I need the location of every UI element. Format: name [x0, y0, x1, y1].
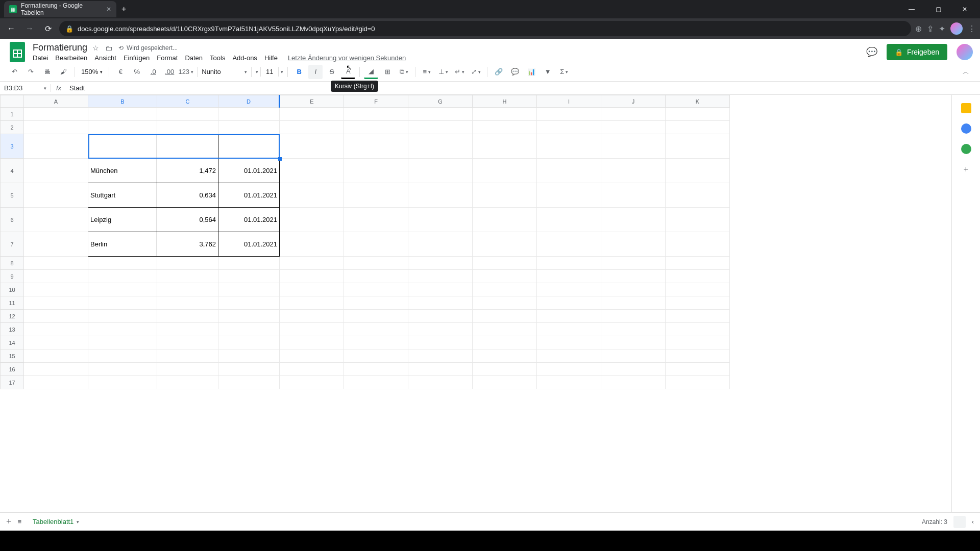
- move-icon[interactable]: 🗀: [105, 44, 112, 52]
- url-input[interactable]: 🔒 docs.google.com/spreadsheets/d/1L0CRXr…: [59, 21, 911, 36]
- font-size-increase[interactable]: ▾: [281, 69, 283, 74]
- row-header[interactable]: 14: [1, 336, 24, 349]
- name-box[interactable]: B3:D3: [0, 84, 51, 92]
- add-sheet-button[interactable]: +: [6, 516, 12, 527]
- table-cell[interactable]: 01.01.2021: [218, 232, 280, 257]
- col-header[interactable]: J: [601, 95, 666, 108]
- forward-button[interactable]: →: [22, 21, 37, 36]
- italic-button[interactable]: I: [308, 65, 323, 79]
- bold-button[interactable]: B: [292, 65, 306, 79]
- row-header[interactable]: 6: [1, 208, 24, 232]
- fill-color-button[interactable]: ◢: [364, 65, 378, 79]
- table-cell[interactable]: 1,472: [157, 159, 218, 183]
- document-title[interactable]: Formatierung: [33, 42, 87, 53]
- print-button[interactable]: 🖶: [40, 65, 54, 79]
- table-header-cell[interactable]: Datum: [218, 134, 280, 159]
- table-cell[interactable]: 01.01.2021: [218, 208, 280, 232]
- row-header[interactable]: 13: [1, 323, 24, 336]
- zoom-icon[interactable]: ⊕: [915, 24, 922, 34]
- menu-datei[interactable]: Datei: [33, 54, 48, 62]
- new-tab-button[interactable]: +: [116, 5, 131, 14]
- table-cell[interactable]: Leipzig: [88, 208, 157, 232]
- formula-input[interactable]: Stadt: [66, 84, 88, 92]
- chevron-down-icon[interactable]: ▾: [77, 519, 79, 524]
- row-header[interactable]: 7: [1, 232, 24, 257]
- row-header[interactable]: 1: [1, 108, 24, 121]
- table-header-cell[interactable]: Einwohner (Mio): [157, 134, 218, 159]
- table-cell[interactable]: 0,634: [157, 183, 218, 208]
- font-size-input[interactable]: 11: [260, 67, 279, 77]
- calendar-icon[interactable]: [961, 103, 971, 113]
- menu-ansicht[interactable]: Ansicht: [94, 54, 116, 62]
- row-header[interactable]: 10: [1, 283, 24, 296]
- col-header[interactable]: C: [157, 95, 218, 108]
- filter-button[interactable]: ▼: [541, 65, 555, 79]
- row-header[interactable]: 16: [1, 363, 24, 376]
- row-header[interactable]: 8: [1, 257, 24, 270]
- selection-count[interactable]: Anzahl: 3: [922, 518, 947, 525]
- account-avatar-icon[interactable]: [957, 44, 973, 60]
- currency-button[interactable]: €: [113, 65, 128, 79]
- merge-cells-button[interactable]: ⧉: [397, 65, 411, 79]
- reload-button[interactable]: ⟳: [41, 21, 55, 36]
- font-select[interactable]: Nunito: [202, 68, 242, 76]
- keep-icon[interactable]: [961, 123, 971, 134]
- chevron-left-icon[interactable]: ‹: [972, 518, 974, 525]
- row-header[interactable]: 4: [1, 159, 24, 183]
- col-header[interactable]: K: [666, 95, 730, 108]
- add-addon-icon[interactable]: +: [961, 164, 971, 174]
- text-rotation-button[interactable]: ⤢: [469, 65, 483, 79]
- table-cell[interactable]: Stuttgart: [88, 183, 157, 208]
- zoom-select[interactable]: 150%▾: [79, 68, 105, 76]
- percent-button[interactable]: %: [130, 65, 144, 79]
- close-icon[interactable]: ✕: [106, 6, 111, 13]
- font-size-decrease[interactable]: ▾: [256, 69, 258, 74]
- collapse-toolbar-button[interactable]: ︿: [959, 65, 973, 79]
- table-cell[interactable]: 3,762: [157, 232, 218, 257]
- sheet-tab[interactable]: Tabellenblatt1 ▾: [28, 516, 84, 528]
- table-cell[interactable]: Berlin: [88, 232, 157, 257]
- all-sheets-button[interactable]: ≡: [18, 518, 22, 525]
- table-cell[interactable]: 01.01.2021: [218, 183, 280, 208]
- table-cell[interactable]: 0,564: [157, 208, 218, 232]
- menu-einfuegen[interactable]: Einfügen: [124, 54, 150, 62]
- insert-chart-button[interactable]: 📊: [524, 65, 538, 79]
- decrease-decimal-button[interactable]: .0: [146, 65, 160, 79]
- row-header[interactable]: 12: [1, 310, 24, 323]
- last-edit-link[interactable]: Letzte Änderung vor wenigen Sekunden: [288, 54, 406, 62]
- share-icon[interactable]: ⇪: [927, 24, 934, 34]
- col-header[interactable]: G: [408, 95, 473, 108]
- sheets-logo-icon[interactable]: [7, 42, 28, 62]
- col-header[interactable]: F: [344, 95, 408, 108]
- text-wrap-button[interactable]: ↵: [452, 65, 467, 79]
- increase-decimal-button[interactable]: .00: [162, 65, 177, 79]
- col-header[interactable]: D: [218, 95, 280, 108]
- maximize-button[interactable]: ▢: [927, 6, 949, 13]
- redo-button[interactable]: ↷: [23, 65, 38, 79]
- number-format-select[interactable]: 123: [179, 65, 193, 79]
- table-header-cell[interactable]: Stadt: [88, 134, 157, 159]
- row-header[interactable]: 11: [1, 296, 24, 310]
- col-header[interactable]: B: [88, 95, 157, 108]
- insert-link-button[interactable]: 🔗: [492, 65, 506, 79]
- select-all-corner[interactable]: [1, 95, 24, 108]
- share-button[interactable]: 🔒 Freigeben: [887, 44, 947, 60]
- functions-button[interactable]: Σ: [557, 65, 571, 79]
- row-header[interactable]: 2: [1, 121, 24, 134]
- minimize-button[interactable]: ―: [900, 6, 923, 13]
- strikethrough-button[interactable]: S: [325, 65, 339, 79]
- insert-comment-button[interactable]: 💬: [508, 65, 522, 79]
- borders-button[interactable]: ⊞: [380, 65, 395, 79]
- paint-format-button[interactable]: 🖌: [56, 65, 70, 79]
- row-header[interactable]: 15: [1, 349, 24, 363]
- menu-icon[interactable]: ⋮: [968, 24, 976, 34]
- horizontal-align-button[interactable]: ≡: [420, 65, 434, 79]
- comments-icon[interactable]: 💬: [866, 46, 877, 58]
- row-header[interactable]: 9: [1, 270, 24, 283]
- menu-hilfe[interactable]: Hilfe: [264, 54, 278, 62]
- profile-avatar-icon[interactable]: [950, 22, 963, 35]
- row-header[interactable]: 17: [1, 376, 24, 389]
- selection-handle[interactable]: [278, 157, 282, 161]
- table-cell[interactable]: München: [88, 159, 157, 183]
- extensions-icon[interactable]: ✦: [939, 24, 945, 34]
